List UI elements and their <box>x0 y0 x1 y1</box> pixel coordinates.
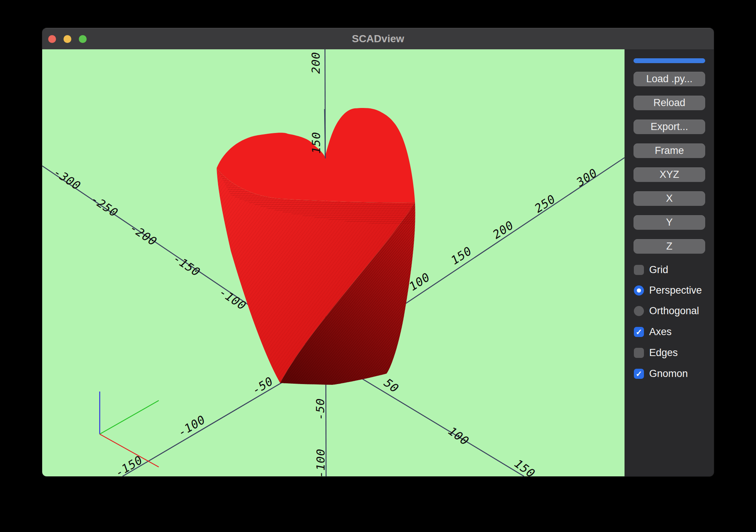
orthogonal-label: Orthogonal <box>649 305 699 317</box>
progress-bar <box>633 58 705 63</box>
grid-toggle-row[interactable]: Grid <box>634 263 668 276</box>
perspective-toggle-row[interactable]: Perspective <box>634 284 702 297</box>
export-button[interactable]: Export... <box>633 120 705 134</box>
app-window: SCADview -300 -250 -200 -150 -100 -50 -1… <box>42 28 714 476</box>
z-view-button[interactable]: Z <box>633 239 705 254</box>
gnomon-toggle-row[interactable]: ✓ Gnomon <box>634 367 688 380</box>
window-title: SCADview <box>42 28 714 49</box>
gnomon-label: Gnomon <box>649 368 688 380</box>
orthogonal-toggle-row[interactable]: Orthogonal <box>634 304 699 317</box>
control-sidebar: Load .py... Reload Export... Frame XYZ X… <box>625 49 714 476</box>
gnomon-checkbox[interactable]: ✓ <box>634 369 644 379</box>
grid-label: Grid <box>649 264 668 276</box>
axis-z-cleft-segment <box>325 109 325 158</box>
perspective-label: Perspective <box>649 285 702 296</box>
axes-toggle-row[interactable]: ✓ Axes <box>634 325 672 338</box>
y-view-button[interactable]: Y <box>633 215 705 230</box>
grid-checkbox[interactable] <box>634 265 644 275</box>
edges-toggle-row[interactable]: Edges <box>634 346 678 359</box>
perspective-radio[interactable] <box>634 285 644 296</box>
x-view-button[interactable]: X <box>633 191 705 206</box>
check-icon: ✓ <box>634 369 644 379</box>
edges-checkbox[interactable] <box>634 348 644 358</box>
load-py-button[interactable]: Load .py... <box>633 72 705 86</box>
orthogonal-radio[interactable] <box>634 306 644 316</box>
frame-button[interactable]: Frame <box>633 143 705 158</box>
reload-button[interactable]: Reload <box>633 96 705 110</box>
check-icon: ✓ <box>634 327 644 337</box>
viewport-3d[interactable]: -300 -250 -200 -150 -100 -50 -100 -150 1… <box>42 49 625 476</box>
xyz-view-button[interactable]: XYZ <box>633 167 705 182</box>
window-titlebar[interactable]: SCADview <box>42 28 714 50</box>
axes-label: Axes <box>649 326 672 338</box>
model-heart-extrusion <box>42 49 625 476</box>
heart-top-face <box>217 108 415 203</box>
edges-label: Edges <box>649 347 678 359</box>
axes-checkbox[interactable]: ✓ <box>634 327 644 337</box>
